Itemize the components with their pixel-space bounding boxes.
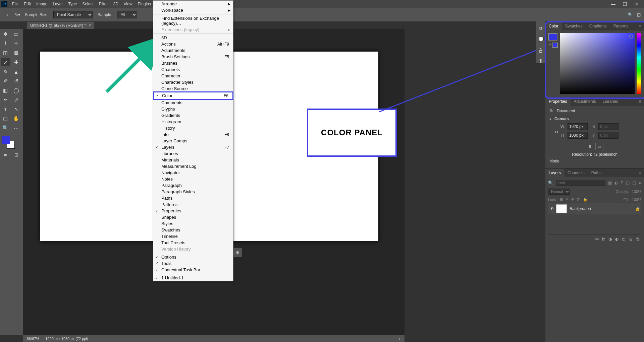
new-group-icon[interactable]: 🗀 <box>622 237 626 242</box>
status-dimensions[interactable]: 1920 pxx 1080 px (72 ppi) <box>45 337 88 341</box>
lock-pixels-icon[interactable]: ▦ <box>559 197 563 202</box>
menu-3d[interactable]: 3D <box>110 0 121 8</box>
quick-mask-icon[interactable]: ◙ <box>1 151 10 158</box>
tab-libraries[interactable]: Libraries <box>599 97 622 106</box>
filter-adjust-icon[interactable]: ◐ <box>614 181 618 185</box>
new-layer-icon[interactable]: ⊞ <box>629 237 633 242</box>
layer-lock-icon[interactable]: 🔒 <box>635 206 640 211</box>
menu-item-brushes[interactable]: Brushes <box>153 60 233 66</box>
color-fg-swatch[interactable] <box>548 33 557 41</box>
brush-tool[interactable]: ✐ <box>1 77 10 85</box>
tab-gradients[interactable]: Gradients <box>586 22 610 30</box>
screen-mode-icon[interactable]: ◫ <box>11 151 21 158</box>
window-maximize[interactable]: ❐ <box>623 1 627 7</box>
shape-tool[interactable]: ▢ <box>1 115 10 123</box>
tab-color[interactable]: Color <box>545 22 562 30</box>
menu-item-3d[interactable]: 3D <box>153 35 233 41</box>
marquee-tool[interactable]: ▭ <box>11 30 21 38</box>
layer-fx-icon[interactable]: fx <box>602 237 605 242</box>
tab-paths[interactable]: Paths <box>588 168 605 177</box>
menu-item-swatches[interactable]: Swatches <box>153 227 233 233</box>
filter-toggle-icon[interactable]: ● <box>639 181 641 185</box>
path-tool[interactable]: ⬀ <box>11 96 21 104</box>
canvas-width-input[interactable] <box>568 123 588 130</box>
menu-item-actions[interactable]: ActionsAlt+F9 <box>153 41 233 47</box>
menu-edit[interactable]: Edit <box>21 0 34 8</box>
window-minimize[interactable]: — <box>611 1 615 7</box>
layer-filter-input[interactable] <box>556 180 605 186</box>
status-next-icon[interactable]: › <box>399 337 400 341</box>
healing-tool[interactable]: ✚ <box>11 58 21 66</box>
clone-tool[interactable]: ▲ <box>11 68 21 76</box>
tab-adjustments[interactable]: Adjustments <box>571 97 599 106</box>
orientation-portrait[interactable]: ▯ <box>586 143 594 150</box>
document-tab-close[interactable]: × <box>89 23 91 28</box>
pen-tool[interactable]: ✒ <box>1 96 10 104</box>
dock-comments-icon[interactable]: 💬 <box>538 37 544 42</box>
menu-item-layer-comps[interactable]: Layer Comps <box>153 138 233 144</box>
layer-mask-icon[interactable]: ◑ <box>608 237 612 242</box>
menu-item-info[interactable]: InfoF8 <box>153 131 233 138</box>
magic-wand-tool[interactable]: ✧ <box>11 40 21 48</box>
menu-item-channels[interactable]: Channels <box>153 66 233 73</box>
layer-thumbnail[interactable] <box>556 204 567 213</box>
menu-item-tool-presets[interactable]: Tool Presets <box>153 240 233 246</box>
menu-item-paragraph[interactable]: Paragraph <box>153 182 233 189</box>
layers-panel-menu-icon[interactable]: ≡ <box>636 168 644 177</box>
crop-tool[interactable]: ◫ <box>1 49 10 57</box>
menu-item-patterns[interactable]: Patterns <box>153 201 233 208</box>
lock-all-icon[interactable]: 🔒 <box>583 197 588 202</box>
menu-item-properties[interactable]: Properties <box>153 208 233 214</box>
lock-position-icon[interactable]: ✎ <box>566 197 569 202</box>
menu-select[interactable]: Select <box>79 0 96 8</box>
new-fill-icon[interactable]: ◐ <box>615 237 619 242</box>
tab-patterns[interactable]: Patterns <box>610 22 632 30</box>
menu-item-contextual-task-bar[interactable]: Contextual Task Bar <box>153 267 233 273</box>
tab-swatches[interactable]: Swatches <box>562 22 586 30</box>
document-tab[interactable]: Untitled-1 @ 66/7% (RGB/8#) * × <box>27 22 94 29</box>
menu-item-tools[interactable]: Tools <box>153 260 233 267</box>
pencil-tool[interactable]: ✎ <box>1 68 10 76</box>
search-icon[interactable]: 🔍 <box>628 12 633 17</box>
properties-panel-menu-icon[interactable]: ≡ <box>636 97 644 106</box>
menu-item-glyphs[interactable]: Glyphs <box>153 106 233 112</box>
menu-plugins[interactable]: Plugins <box>135 0 154 8</box>
tab-channels[interactable]: Channels <box>564 168 588 177</box>
menu-item-paths[interactable]: Paths <box>153 195 233 201</box>
status-zoom[interactable]: 66/67% <box>27 337 39 341</box>
menu-item-materials[interactable]: Materials <box>153 157 233 163</box>
visibility-icon[interactable]: 👁 <box>549 206 553 211</box>
menu-item-libraries[interactable]: Libraries <box>153 150 233 157</box>
menu-item-styles[interactable]: Styles <box>153 220 233 227</box>
fg-color-swatch[interactable] <box>2 136 10 144</box>
contextual-task-bar[interactable]: ⚙ <box>233 248 242 257</box>
menu-item-clone-source[interactable]: Clone Source <box>153 85 233 92</box>
color-preview-swatch[interactable] <box>552 43 558 48</box>
menu-view[interactable]: View <box>121 0 135 8</box>
sample-size-select[interactable]: Point Sample <box>53 11 93 18</box>
edit-toolbar[interactable]: ⋯ <box>11 124 21 132</box>
home-button[interactable]: ⌂ <box>3 11 10 18</box>
link-layers-icon[interactable]: ⚯ <box>595 237 599 242</box>
color-picker-field[interactable] <box>560 33 635 94</box>
zoom-tool[interactable]: 🔍 <box>1 124 10 132</box>
fill-value[interactable]: 100% <box>632 198 641 202</box>
workspace-icon[interactable]: ◫ <box>637 12 641 17</box>
menu-item-shapes[interactable]: Shapes <box>153 214 233 220</box>
menu-item-adjustments[interactable]: Adjustments <box>153 47 233 54</box>
tool-indicator-icon[interactable]: ✎▾ <box>15 12 20 17</box>
menu-item-paragraph-styles[interactable]: Paragraph Styles <box>153 189 233 195</box>
type-tool[interactable]: T <box>1 105 10 113</box>
menu-item-histogram[interactable]: Histogram <box>153 119 233 125</box>
hue-slider[interactable] <box>637 33 641 94</box>
direct-select-tool[interactable]: ↖ <box>11 105 21 113</box>
history-brush-tool[interactable]: ↺ <box>11 77 21 85</box>
menu-arrange[interactable]: Arrange <box>153 1 233 7</box>
move-tool[interactable]: ✥ <box>1 30 10 38</box>
tab-properties[interactable]: Properties <box>545 97 571 106</box>
menu-item-layers[interactable]: LayersF7 <box>153 144 233 150</box>
filter-smart-icon[interactable]: ◫ <box>632 181 636 185</box>
dock-paragraph-icon[interactable]: ¶ <box>539 58 542 63</box>
window-close[interactable]: ✕ <box>635 1 639 7</box>
eraser-tool[interactable]: ◧ <box>1 86 10 94</box>
